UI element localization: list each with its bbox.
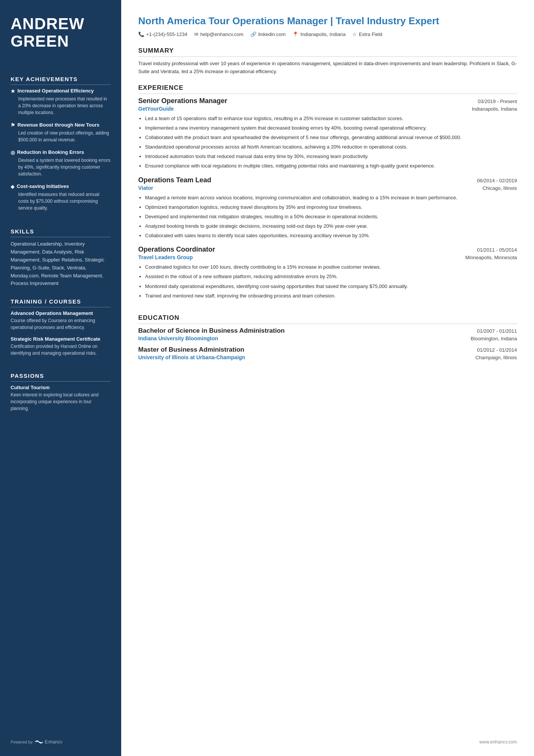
- edu-date: 01/2007 - 01/2011: [477, 328, 517, 334]
- exp-location: Minneapolis, Minnesota: [465, 255, 517, 260]
- achievement-icon: ⚑: [11, 122, 15, 128]
- achievement-desc: Identified measures that reduced annual …: [11, 191, 111, 211]
- contact-item: ✉help@enhancv.com: [194, 31, 244, 37]
- exp-company-line: Viator Chicago, Illinois: [138, 185, 517, 191]
- contact-icon: ☆: [352, 31, 357, 37]
- main-content: North America Tour Operations Manager | …: [121, 0, 534, 756]
- main-footer: www.enhancv.com: [138, 732, 517, 745]
- achievement-icon: ★: [11, 88, 15, 94]
- exp-date: 06/2014 - 02/2019: [477, 178, 517, 183]
- edu-degree: Master of Business Administration: [138, 346, 244, 354]
- exp-header: Operations Team Lead 06/2014 - 02/2019: [138, 176, 517, 184]
- training-item: Strategic Risk Management Certificate Ce…: [11, 336, 111, 357]
- exp-bullets: Managed a remote team across various loc…: [145, 194, 517, 240]
- edu-school-line: Indiana University Bloomington Bloomingt…: [138, 335, 517, 341]
- achievement-item: ◎ Reduction in Booking Errors Devised a …: [11, 149, 111, 177]
- achievement-title: ◈ Cost-saving Initiatives: [11, 183, 111, 189]
- achievement-title: ⚑ Revenue Boost through New Tours: [11, 122, 111, 128]
- summary-section-title: SUMMARY: [138, 47, 517, 57]
- contact-item: 🔗linkedin.com: [250, 31, 286, 37]
- training-item: Advanced Operations Management Course of…: [11, 310, 111, 331]
- achievement-icon: ◈: [11, 184, 14, 189]
- edu-school: Indiana University Bloomington: [138, 335, 218, 341]
- sidebar: ANDREW GREEN KEY ACHIEVEMENTS ★ Increase…: [0, 0, 121, 756]
- exp-job-title: Operations Coordinator: [138, 246, 215, 254]
- training-list: Advanced Operations Management Course of…: [11, 310, 111, 362]
- contact-item: ☆Extra Field: [352, 31, 382, 37]
- exp-company: Viator: [138, 185, 153, 191]
- edu-school: University of Illinois at Urbana-Champai…: [138, 354, 245, 360]
- achievement-item: ★ Increased Operational Efficiency Imple…: [11, 88, 111, 116]
- contact-icon: 🔗: [250, 31, 256, 37]
- experience-item: Operations Team Lead 06/2014 - 02/2019 V…: [138, 176, 517, 240]
- exp-company-line: Travel Leaders Group Minneapolis, Minnes…: [138, 254, 517, 260]
- contact-icon: ✉: [194, 31, 198, 37]
- exp-bullets: Led a team of 15 operations staff to enh…: [145, 115, 517, 170]
- achievement-item: ⚑ Revenue Boost through New Tours Led cr…: [11, 122, 111, 143]
- exp-company: GetYourGuide: [138, 106, 174, 112]
- training-section-title: TRAINING / COURSES: [11, 298, 111, 307]
- achievements-section-title: KEY ACHIEVEMENTS: [11, 76, 111, 85]
- summary-text: Travel industry professional with over 1…: [138, 60, 517, 76]
- achievements-list: ★ Increased Operational Efficiency Imple…: [11, 88, 111, 218]
- exp-company: Travel Leaders Group: [138, 254, 193, 260]
- contact-icon: 📞: [138, 31, 144, 37]
- achievement-icon: ◎: [11, 150, 15, 155]
- achievement-item: ◈ Cost-saving Initiatives Identified mea…: [11, 183, 111, 211]
- passion-title: Cultural Tourism: [11, 385, 111, 390]
- exp-company-line: GetYourGuide Indianapolis, Indiana: [138, 106, 517, 112]
- contact-item: 📍Indianapolis, Indiana: [292, 31, 345, 37]
- training-desc: Course offered by Coursera on enhancing …: [11, 317, 111, 331]
- contact-line: 📞+1-(234)-555-1234✉help@enhancv.com🔗link…: [138, 31, 517, 37]
- exp-date: 03/2019 - Present: [478, 99, 517, 104]
- experience-item: Senior Operations Manager 03/2019 - Pres…: [138, 97, 517, 170]
- passion-desc: Keen interest in exploring local culture…: [11, 391, 111, 412]
- achievement-desc: Led creation of new product offerings, a…: [11, 130, 111, 143]
- contact-item: 📞+1-(234)-555-1234: [138, 31, 187, 37]
- training-title: Strategic Risk Management Certificate: [11, 336, 111, 342]
- resume-container: ANDREW GREEN KEY ACHIEVEMENTS ★ Increase…: [0, 0, 534, 756]
- exp-job-title: Senior Operations Manager: [138, 97, 227, 105]
- enhancv-logo: Enhancv: [35, 739, 62, 745]
- experience-item: Operations Coordinator 01/2011 - 05/2014…: [138, 246, 517, 300]
- achievement-title: ★ Increased Operational Efficiency: [11, 88, 111, 94]
- exp-date: 01/2011 - 05/2014: [477, 247, 517, 253]
- exp-location: Chicago, Illinois: [482, 185, 517, 191]
- contact-icon: 📍: [292, 31, 298, 37]
- candidate-name: ANDREW GREEN: [11, 15, 111, 50]
- training-title: Advanced Operations Management: [11, 310, 111, 316]
- education-item: Master of Business Administration 01/201…: [138, 346, 517, 360]
- edu-header: Bachelor of Science in Business Administ…: [138, 327, 517, 335]
- exp-bullets: Coordinated logistics for over 100 tours…: [145, 263, 517, 300]
- exp-location: Indianapolis, Indiana: [472, 106, 517, 112]
- experience-section-title: EXPERIENCE: [138, 84, 517, 94]
- edu-header: Master of Business Administration 01/201…: [138, 346, 517, 354]
- exp-job-title: Operations Team Lead: [138, 176, 211, 184]
- education-item: Bachelor of Science in Business Administ…: [138, 327, 517, 341]
- edu-degree: Bachelor of Science in Business Administ…: [138, 327, 285, 335]
- experience-list: Senior Operations Manager 03/2019 - Pres…: [138, 97, 517, 306]
- training-desc: Certification provided by Harvard Online…: [11, 343, 111, 357]
- achievement-desc: Devised a system that lowered booking er…: [11, 157, 111, 177]
- edu-school-line: University of Illinois at Urbana-Champai…: [138, 354, 517, 360]
- sidebar-footer: Powered by Enhancv: [11, 728, 111, 745]
- job-title: North America Tour Operations Manager | …: [138, 15, 517, 27]
- achievement-desc: Implemented new processes that resulted …: [11, 95, 111, 116]
- passions-section-title: PASSIONS: [11, 373, 111, 382]
- education-list: Bachelor of Science in Business Administ…: [138, 327, 517, 365]
- skills-section-title: SKILLS: [11, 228, 111, 237]
- education-section-title: EDUCATION: [138, 314, 517, 324]
- edu-location: Bloomington, Indiana: [471, 336, 517, 341]
- edu-date: 01/2012 - 01/2014: [477, 347, 517, 353]
- exp-header: Operations Coordinator 01/2011 - 05/2014: [138, 246, 517, 254]
- passions-list: Cultural Tourism Keen interest in explor…: [11, 385, 111, 412]
- passion-item: Cultural Tourism Keen interest in explor…: [11, 385, 111, 412]
- edu-location: Champaign, Illinois: [475, 355, 517, 360]
- skills-text: Operational Leadership, Inventory Manage…: [11, 240, 111, 288]
- achievement-title: ◎ Reduction in Booking Errors: [11, 149, 111, 155]
- exp-header: Senior Operations Manager 03/2019 - Pres…: [138, 97, 517, 105]
